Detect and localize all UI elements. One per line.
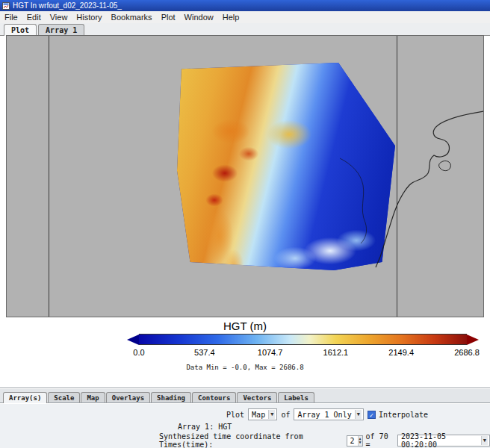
tab-overlays[interactable]: Overlays bbox=[106, 392, 150, 402]
map-overlays bbox=[7, 36, 484, 317]
colorbar-tick: 0.0 bbox=[133, 348, 144, 357]
plot-type-select[interactable]: Map ▼ bbox=[248, 408, 277, 420]
colorbar-ticks: 0.0 537.4 1074.7 1612.1 2149.4 2686.8 bbox=[127, 348, 479, 358]
menu-help[interactable]: Help bbox=[218, 11, 244, 23]
tab-contours[interactable]: Contours bbox=[192, 392, 236, 402]
colorbar-tick: 1612.1 bbox=[323, 348, 349, 357]
time-controls-row: Synthesized time coordinate from Times(t… bbox=[159, 432, 490, 448]
array-controls-panel: Plot Map ▼ of Array 1 Only ▼ ✓ Interpola… bbox=[0, 404, 490, 448]
interpolate-option[interactable]: ✓ Interpolate bbox=[368, 411, 428, 419]
coastline-inner bbox=[340, 158, 367, 243]
time-value: 2023-11-05 00:20:00 bbox=[401, 432, 478, 448]
plot-type-value: Map bbox=[252, 411, 265, 419]
colorbar-tick: 2149.4 bbox=[388, 348, 414, 357]
panel-divider bbox=[0, 388, 490, 388]
colorbar-tick: 537.4 bbox=[194, 348, 215, 357]
chevron-down-icon: ▼ bbox=[355, 410, 362, 419]
chevron-down-icon: ▼ bbox=[268, 410, 275, 419]
colorbar-overflow-arrow bbox=[467, 335, 479, 345]
menu-view[interactable]: View bbox=[46, 11, 72, 23]
array-info-label: Array 1: HGT bbox=[178, 423, 232, 431]
colorbar-title: HGT (m) bbox=[0, 320, 490, 332]
colorbar-tick: 2686.8 bbox=[454, 348, 480, 357]
menu-history[interactable]: History bbox=[72, 11, 106, 23]
menu-plot[interactable]: Plot bbox=[157, 11, 180, 23]
menubar: File Edit View History Bookmarks Plot Wi… bbox=[0, 11, 490, 23]
time-index-stepper[interactable]: 2 ▲ ▼ bbox=[347, 435, 363, 447]
of-label: of bbox=[281, 411, 290, 419]
array-scope-value: Array 1 Only bbox=[297, 411, 351, 419]
chevron-down-icon[interactable]: ▼ bbox=[359, 441, 362, 444]
interpolate-checkbox[interactable]: ✓ bbox=[368, 411, 376, 419]
colorbar bbox=[127, 334, 479, 345]
coastline-outline bbox=[376, 111, 484, 267]
data-min-max-label: Data Min = -0.0, Max = 2686.8 bbox=[0, 364, 490, 371]
tab-arrays[interactable]: Array(s) bbox=[3, 392, 47, 403]
app-window: HGT In wrfout_d02_2023-11-05_ File Edit … bbox=[0, 0, 490, 448]
time-index-value: 2 bbox=[347, 436, 358, 446]
time-value-select[interactable]: 2023-11-05 00:20:00 ▼ bbox=[397, 435, 490, 447]
tab-scale[interactable]: Scale bbox=[48, 392, 80, 402]
tab-labels[interactable]: Labels bbox=[278, 392, 314, 402]
tab-array-1[interactable]: Array 1 bbox=[38, 24, 84, 35]
app-icon bbox=[2, 2, 10, 10]
array-scope-select[interactable]: Array 1 Only ▼ bbox=[294, 408, 363, 420]
menu-edit[interactable]: Edit bbox=[22, 11, 46, 23]
colorbar-tick: 1074.7 bbox=[258, 348, 283, 357]
menu-file[interactable]: File bbox=[0, 11, 22, 23]
titlebar: HGT In wrfout_d02_2023-11-05_ bbox=[0, 0, 490, 11]
interpolate-label: Interpolate bbox=[379, 411, 428, 419]
plot-label: Plot bbox=[226, 411, 244, 419]
colorbar-gradient bbox=[139, 334, 467, 345]
coastline-island bbox=[439, 161, 451, 170]
tab-plot[interactable]: Plot bbox=[4, 24, 37, 36]
tab-vectors[interactable]: Vectors bbox=[237, 392, 277, 402]
tab-map[interactable]: Map bbox=[81, 392, 105, 402]
plot-canvas bbox=[6, 35, 484, 317]
colorbar-underflow-arrow bbox=[127, 335, 139, 345]
window-title: HGT In wrfout_d02_2023-11-05_ bbox=[13, 1, 122, 10]
menu-window[interactable]: Window bbox=[180, 11, 218, 23]
stepper-arrows[interactable]: ▲ ▼ bbox=[358, 436, 362, 446]
plot-controls-row: Plot Map ▼ of Array 1 Only ▼ ✓ Interpola… bbox=[226, 408, 428, 420]
menu-bookmarks[interactable]: Bookmarks bbox=[107, 11, 157, 23]
tab-shading[interactable]: Shading bbox=[151, 392, 191, 402]
time-caption: Synthesized time coordinate from Times(t… bbox=[159, 432, 344, 448]
bottom-tabstrip: Array(s) Scale Map Overlays Shading Cont… bbox=[0, 389, 490, 403]
time-of-label: of 70 = bbox=[366, 432, 394, 448]
chevron-down-icon: ▼ bbox=[481, 436, 488, 445]
top-tabstrip: Plot Array 1 bbox=[0, 23, 490, 36]
